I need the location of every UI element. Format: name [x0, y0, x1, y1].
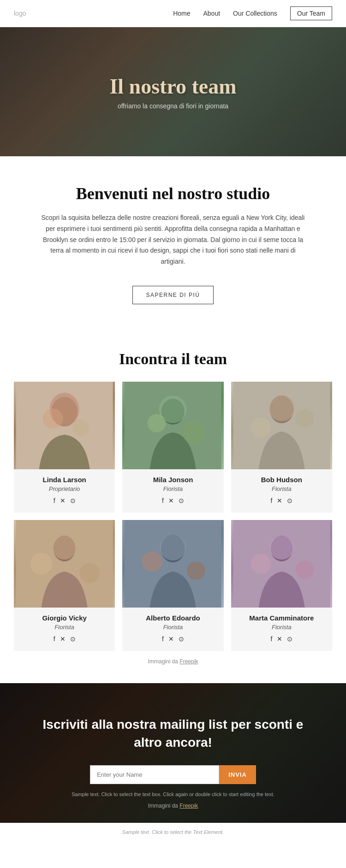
svg-point-3	[43, 408, 63, 429]
nav-about-link[interactable]: About	[203, 10, 220, 17]
svg-point-12	[268, 396, 294, 421]
team-card-bob: Bob Hudson Fiorista f ✕ ⊙	[231, 382, 332, 513]
mailing-form: INVIA	[37, 765, 309, 784]
hero-content: Il nostro team offriamo la consegna di f…	[109, 74, 236, 110]
svg-point-4	[72, 419, 89, 436]
mailing-heading: Iscriviti alla nostra mailing list per s…	[37, 715, 309, 751]
svg-point-19	[80, 563, 100, 583]
team-role-bob: Fiorista	[236, 485, 328, 492]
team-section: Incontra il team Linda Larson Proprietar…	[0, 332, 346, 679]
svg-point-28	[251, 554, 271, 574]
team-card-info-giorgio: Giorgio Vicky Fiorista f ✕ ⊙	[14, 608, 115, 651]
team-name-linda: Linda Larson	[18, 476, 110, 484]
mailing-attribution: Immagini da Freepik	[37, 803, 309, 809]
twitter-icon-giorgio[interactable]: ✕	[60, 635, 66, 643]
team-photo-bob	[231, 382, 332, 469]
team-photo-linda	[14, 382, 115, 469]
team-role-marta: Fiorista	[236, 624, 328, 631]
team-card-giorgio: Giorgio Vicky Fiorista f ✕ ⊙	[14, 520, 115, 651]
footer-sample: Sample text. Click to select the Text El…	[0, 823, 346, 841]
twitter-icon-mila[interactable]: ✕	[168, 497, 174, 504]
nav-home-link[interactable]: Home	[173, 10, 190, 17]
navigation: logo Home About Our Collections Our Team	[0, 0, 346, 27]
instagram-icon-linda[interactable]: ⊙	[70, 497, 76, 504]
welcome-section: Benvenuti nel nostro studio Scopri la sq…	[0, 156, 346, 332]
social-bob: f ✕ ⊙	[236, 497, 328, 504]
team-name-marta: Marta Camminatore	[236, 614, 328, 622]
twitter-icon-linda[interactable]: ✕	[60, 497, 66, 504]
footer-text: Sample text. Click to select the Text El…	[122, 829, 224, 835]
team-card-info-bob: Bob Hudson Fiorista f ✕ ⊙	[231, 469, 332, 513]
team-card-info-alberto: Alberto Edoardo Fiorista f ✕ ⊙	[122, 608, 223, 651]
svg-point-17	[53, 536, 77, 560]
facebook-icon-linda[interactable]: f	[54, 497, 55, 504]
team-name-alberto: Alberto Edoardo	[127, 614, 219, 622]
name-input[interactable]	[90, 765, 219, 784]
mailing-sample-text: Sample text. Click to select the text bo…	[37, 791, 309, 797]
team-card-marta: Marta Camminatore Fiorista f ✕ ⊙	[231, 520, 332, 651]
hero-section: Il nostro team offriamo la consegna di f…	[0, 27, 346, 156]
twitter-icon-marta[interactable]: ✕	[277, 635, 282, 643]
submit-button[interactable]: INVIA	[219, 765, 256, 784]
welcome-body: Scopri la squisita bellezza delle nostre…	[39, 213, 307, 267]
team-heading: Incontra il team	[14, 350, 332, 368]
team-photo-giorgio	[14, 520, 115, 608]
twitter-icon-bob[interactable]: ✕	[277, 497, 282, 504]
team-photo-marta	[231, 520, 332, 608]
team-card-mila: Mila Jonson Fiorista f ✕ ⊙	[122, 382, 223, 513]
svg-point-22	[160, 535, 186, 561]
nav-collections-link[interactable]: Our Collections	[233, 10, 277, 17]
social-alberto: f ✕ ⊙	[127, 635, 219, 643]
social-linda: f ✕ ⊙	[18, 497, 110, 504]
svg-point-27	[269, 536, 293, 560]
team-attribution: Immagini da Freepik	[14, 651, 332, 669]
social-giorgio: f ✕ ⊙	[18, 635, 110, 643]
hero-subtitle: offriamo la consegna di fiori in giornat…	[109, 102, 236, 110]
team-name-bob: Bob Hudson	[236, 476, 328, 484]
svg-point-8	[148, 414, 166, 432]
instagram-icon-alberto[interactable]: ⊙	[179, 635, 184, 643]
instagram-icon-marta[interactable]: ⊙	[287, 635, 292, 643]
social-marta: f ✕ ⊙	[236, 635, 328, 643]
our-team-button[interactable]: Our Team	[290, 6, 332, 20]
mailing-section: Iscriviti alla nostra mailing list per s…	[0, 683, 346, 823]
team-role-linda: Proprietario	[18, 485, 110, 492]
svg-point-23	[142, 551, 162, 572]
team-grid: Linda Larson Proprietario f ✕ ⊙	[14, 382, 332, 651]
learn-more-button[interactable]: SAPERNE DI PIÙ	[132, 286, 213, 304]
mailing-content: Iscriviti alla nostra mailing list per s…	[37, 715, 309, 809]
svg-point-24	[187, 561, 205, 580]
svg-point-14	[295, 409, 314, 428]
twitter-icon-alberto[interactable]: ✕	[168, 635, 174, 643]
facebook-icon-bob[interactable]: f	[270, 497, 272, 504]
welcome-heading: Benvenuti nel nostro studio	[37, 184, 309, 203]
svg-point-18	[30, 553, 53, 575]
facebook-icon-giorgio[interactable]: f	[54, 635, 55, 643]
hero-title: Il nostro team	[109, 74, 236, 99]
freepik-link-mailing[interactable]: Freepik	[179, 803, 198, 809]
team-card-linda: Linda Larson Proprietario f ✕ ⊙	[14, 382, 115, 513]
instagram-icon-bob[interactable]: ⊙	[287, 497, 292, 504]
team-role-mila: Fiorista	[127, 485, 219, 492]
team-role-alberto: Fiorista	[127, 624, 219, 631]
instagram-icon-mila[interactable]: ⊙	[179, 497, 184, 504]
team-card-info-mila: Mila Jonson Fiorista f ✕ ⊙	[122, 469, 223, 513]
nav-links: Home About Our Collections Our Team	[173, 6, 332, 20]
svg-point-13	[251, 418, 271, 438]
facebook-icon-mila[interactable]: f	[162, 497, 164, 504]
logo: logo	[14, 10, 26, 17]
freepik-link-team[interactable]: Freepik	[179, 658, 198, 665]
team-photo-alberto	[122, 520, 223, 608]
team-name-mila: Mila Jonson	[127, 476, 219, 484]
social-mila: f ✕ ⊙	[127, 497, 219, 504]
team-card-alberto: Alberto Edoardo Fiorista f ✕ ⊙	[122, 520, 223, 651]
team-photo-mila	[122, 382, 223, 469]
team-role-giorgio: Fiorista	[18, 624, 110, 631]
facebook-icon-marta[interactable]: f	[270, 635, 272, 643]
instagram-icon-giorgio[interactable]: ⊙	[70, 635, 76, 643]
team-name-giorgio: Giorgio Vicky	[18, 614, 110, 622]
svg-point-9	[182, 421, 205, 444]
team-card-info-marta: Marta Camminatore Fiorista f ✕ ⊙	[231, 608, 332, 651]
svg-point-29	[295, 561, 314, 579]
facebook-icon-alberto[interactable]: f	[162, 635, 164, 643]
